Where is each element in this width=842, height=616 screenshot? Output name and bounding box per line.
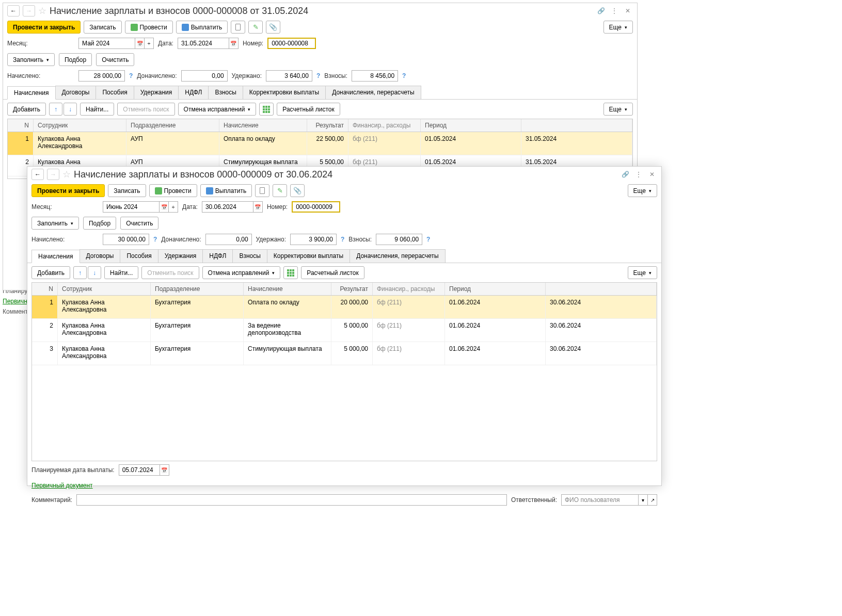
attach-icon-button[interactable]: 📎 (266, 21, 280, 34)
tab-contrib[interactable]: Взносы (208, 86, 243, 99)
number-input[interactable] (292, 201, 340, 213)
extra-accrued-input[interactable] (205, 234, 252, 245)
report-icon-button[interactable] (255, 184, 269, 197)
nav-forward-button[interactable]: → (47, 169, 59, 180)
tab-tax[interactable]: НДФЛ (178, 86, 209, 99)
month-input[interactable] (78, 38, 135, 49)
table-row[interactable]: 2 Кулакова Анна Александровна Бухгалтери… (32, 319, 657, 342)
move-up-button[interactable]: ↑ (73, 266, 87, 279)
save-button[interactable]: Записать (84, 21, 121, 34)
col-department[interactable]: Подразделение (151, 283, 244, 295)
add-row-button[interactable]: Добавить (7, 103, 46, 116)
post-and-close-button[interactable]: Провести и закрыть (31, 184, 105, 197)
post-button[interactable]: Провести (149, 184, 197, 197)
comment-input[interactable] (76, 494, 507, 506)
col-period[interactable]: Период (445, 283, 546, 295)
help-icon[interactable]: ? (316, 72, 320, 79)
help-icon[interactable]: ? (426, 236, 430, 243)
grid-icon-button[interactable] (259, 103, 274, 116)
planned-date-input[interactable] (119, 464, 160, 476)
accrued-input[interactable] (78, 70, 125, 82)
tab-contracts[interactable]: Договоры (55, 86, 97, 99)
add-row-button[interactable]: Добавить (31, 266, 70, 279)
help-icon[interactable]: ? (341, 236, 344, 243)
cancel-search-button[interactable]: Отменить поиск (117, 103, 174, 116)
tab-contrib[interactable]: Взносы (232, 249, 267, 263)
table-more-button[interactable]: Еще▾ (603, 103, 633, 116)
kebab-icon[interactable]: ⋮ (633, 169, 644, 180)
date-input[interactable] (178, 38, 229, 49)
grid-icon-button[interactable] (283, 266, 298, 279)
withheld-input[interactable] (266, 70, 312, 82)
month-stepper-icon[interactable]: ÷ (145, 38, 154, 49)
clear-button[interactable]: Очистить (96, 53, 134, 66)
nav-back-button[interactable]: ← (31, 169, 44, 180)
col-result[interactable]: Результат (331, 283, 373, 295)
more-button[interactable]: Еще▾ (628, 184, 657, 197)
help-icon[interactable]: ? (129, 72, 133, 79)
fill-button[interactable]: Заполнить▾ (31, 217, 79, 230)
edit-icon-button[interactable]: ✎ (273, 184, 287, 197)
nav-back-button[interactable]: ← (7, 5, 20, 17)
table-row[interactable]: 3 Кулакова Анна Александровна Бухгалтери… (32, 342, 657, 365)
payslip-button[interactable]: Расчетный листок (277, 103, 340, 116)
responsible-select-icon[interactable]: ▾ (639, 494, 648, 506)
col-financing[interactable]: Финансир., расходы (348, 119, 421, 132)
tab-paycorr[interactable]: Корректировки выплаты (267, 249, 350, 263)
tab-paycorr[interactable]: Корректировки выплаты (243, 86, 326, 99)
col-period-end[interactable] (546, 283, 657, 295)
month-calendar-icon[interactable]: 📅 (135, 38, 145, 49)
move-down-button[interactable]: ↓ (88, 266, 101, 279)
move-down-button[interactable]: ↓ (63, 103, 77, 116)
find-button[interactable]: Найти... (104, 266, 138, 279)
payslip-button[interactable]: Расчетный листок (301, 266, 364, 279)
table-row[interactable]: 1 Кулакова Анна Александровна АУП Оплата… (8, 132, 632, 155)
tab-recalc[interactable]: Доначисления, перерасчеты (349, 249, 445, 263)
col-employee[interactable]: Сотрудник (58, 283, 151, 295)
link-icon[interactable]: 🔗 (596, 6, 606, 16)
col-department[interactable]: Подразделение (126, 119, 219, 132)
tab-deductions[interactable]: Удержания (158, 249, 203, 263)
contrib-input[interactable] (352, 70, 398, 82)
tab-benefits[interactable]: Пособия (120, 249, 158, 263)
date-calendar-icon[interactable]: 📅 (229, 38, 239, 49)
help-icon[interactable]: ? (402, 72, 406, 79)
cancel-corrections-button[interactable]: Отмена исправлений▾ (202, 266, 281, 279)
col-financing[interactable]: Финансир., расходы (373, 283, 445, 295)
month-stepper-icon[interactable]: ÷ (169, 201, 178, 213)
tab-recalc[interactable]: Доначисления, перерасчеты (325, 86, 421, 99)
post-button[interactable]: Провести (125, 21, 173, 34)
save-button[interactable]: Записать (108, 184, 146, 197)
col-employee[interactable]: Сотрудник (34, 119, 126, 132)
tab-contracts[interactable]: Договоры (80, 249, 121, 263)
close-icon[interactable]: ✕ (647, 169, 657, 180)
accrued-input[interactable] (103, 234, 149, 245)
col-n[interactable]: N (8, 119, 34, 132)
month-calendar-icon[interactable]: 📅 (160, 201, 169, 213)
tab-benefits[interactable]: Пособия (96, 86, 134, 99)
table-more-button[interactable]: Еще▾ (628, 266, 657, 279)
pick-button[interactable]: Подбор (83, 217, 116, 230)
pay-button[interactable]: Выплатить (200, 184, 252, 197)
report-icon-button[interactable] (231, 21, 245, 34)
tab-accruals[interactable]: Начисления (7, 86, 56, 100)
kebab-icon[interactable]: ⋮ (609, 6, 619, 16)
cancel-search-button[interactable]: Отменить поиск (141, 266, 199, 279)
number-input[interactable] (267, 38, 316, 49)
date-input[interactable] (202, 201, 253, 213)
responsible-input[interactable] (561, 494, 639, 506)
date-calendar-icon[interactable]: 📅 (253, 201, 263, 213)
favorite-star-icon[interactable]: ☆ (38, 5, 46, 17)
primary-doc-link[interactable]: Первичный документ (31, 482, 93, 489)
help-icon[interactable]: ? (153, 236, 157, 243)
pick-button[interactable]: Подбор (59, 53, 92, 66)
contrib-input[interactable] (376, 234, 422, 245)
col-n[interactable]: N (32, 283, 58, 295)
planned-date-calendar-icon[interactable]: 📅 (160, 464, 169, 476)
attach-icon-button[interactable]: 📎 (290, 184, 305, 197)
col-accrual[interactable]: Начисление (244, 283, 331, 295)
nav-forward-button[interactable]: → (23, 5, 35, 17)
find-button[interactable]: Найти... (80, 103, 114, 116)
month-input[interactable] (103, 201, 160, 213)
move-up-button[interactable]: ↑ (49, 103, 62, 116)
